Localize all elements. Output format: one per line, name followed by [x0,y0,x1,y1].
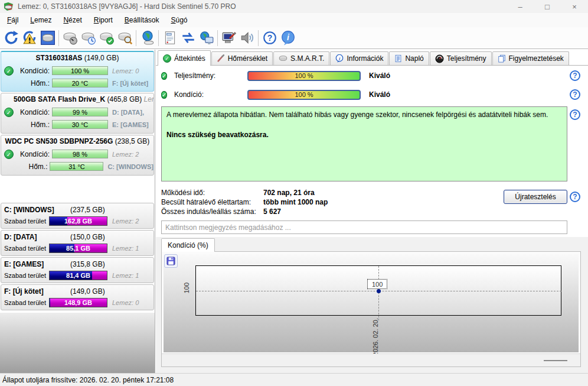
retest-button[interactable]: Újratesztelés [504,190,567,204]
disk-ok-icon: ✓ [4,66,14,76]
temperature-label: Hőm.: [15,163,47,171]
network-disk-icon[interactable] [138,29,156,47]
sidebar-spacer [0,177,155,203]
floppy-icon [166,257,175,265]
condition-label: Kondíció: [15,150,50,158]
partition-item-d[interactable]: D: [DATA](150,0 GB) Szabad terület 85,1 … [1,230,154,256]
hardware-test-icon[interactable] [220,29,238,47]
disk-clock-icon[interactable] [79,29,97,47]
remote-computer-icon[interactable] [197,29,215,47]
chart-data-point[interactable] [377,289,381,293]
refresh-icon[interactable] [2,29,20,47]
menu-help[interactable]: Súgó [165,14,193,26]
partition-item-e[interactable]: E: [GAMES](315,8 GB) Szabad terület 81,4… [1,257,154,283]
remaining-lifetime-label: Becsült hátralévő élettartam: [161,197,263,207]
disk-sidebar: ST3160318AS (149,0 GB) ✓ Kondíció: 100 %… [0,50,155,373]
condition-chart-panel: 100 100 2026. 02. 20. [161,251,581,367]
help-icon[interactable]: ? [570,192,580,202]
disk-check-icon[interactable] [97,29,116,47]
tab-temperature[interactable]: Hőmérséklet [211,51,273,65]
condition-rating: Kiváló [369,90,390,99]
free-space-bar: 85,1 GB [49,244,107,253]
status-bar: Állapot utoljára frissítve: 2026. 02. 20… [0,373,588,386]
disk-number: Lemez: 2 [112,218,139,225]
condition-bar: 98 % [52,150,108,158]
remaining-lifetime-value: több mint 1000 nap [263,197,328,207]
refresh-warning-icon[interactable] [20,29,38,47]
hard-disk-sentinel-window: Lemez: 0, ST3160318AS [9VY8AGJ6] - Hard … [0,0,588,386]
help-icon[interactable]: ? [570,109,580,120]
performance-rating: Kiváló [369,72,390,80]
partition-size: (315,8 GB) [70,260,105,270]
disk-number: Lemez: 1 [112,272,139,279]
overview-content: ✓ Teljesítmény: 100 % Kiváló ? ✓ Kondíci… [156,65,588,373]
partition-item-c[interactable]: C: [WINDOWS](237,5 GB) Szabad terület 16… [1,203,154,229]
free-space-label: Szabad terület [4,245,49,252]
disk-title: WDC PC SN530 SDBPNPZ-256G (238,5 GB) [1,135,153,148]
disk-item-sata-flash[interactable]: 500GB SATA Flash Drive_K (465,8 GB) Leme… [1,93,154,134]
tab-smart[interactable]: S.M.A.R.T. [273,51,329,65]
chart-x-tick: 2026. 02. 20. [372,318,379,356]
tab-label: Teljesítmény [447,54,486,63]
condition-label: Kondíció: [15,108,50,116]
comment-input[interactable] [161,220,567,234]
menu-file[interactable]: Fájl [1,14,24,26]
toolbar-separator [136,30,136,46]
chart-tab-condition[interactable]: Kondíció (%) [161,238,215,252]
title-bar: Lemez: 0, ST3160318AS [9VY8AGJ6] - Hard … [0,0,588,13]
help-icon[interactable]: ? [260,29,279,47]
tab-log[interactable]: Napló [389,51,429,65]
disk-title: ST3160318AS (149,0 GB) [1,52,153,64]
menu-view[interactable]: Nézet [57,14,87,26]
help-icon[interactable]: ? [570,70,580,81]
info-icon[interactable]: i [279,29,297,47]
free-space-label: Szabad terület [4,218,49,225]
toolbar: ? i [0,27,588,49]
disk-number: Lemez: 2 [112,151,139,158]
menu-disk[interactable]: Lemez [24,14,57,26]
tab-label: Figyelmeztetések [509,54,564,63]
condition-row: ✓ Kondíció: 100 % Kiváló [161,89,390,100]
maximize-button[interactable]: □ [534,0,561,13]
main-panel: ✓Áttekintés Hőmérséklet S.M.A.R.T. iInfo… [156,50,588,373]
menu-settings[interactable]: Beállítások [119,14,165,26]
disk-ok-icon: ✓ [4,108,14,117]
report-icon[interactable] [161,29,179,47]
condition-label: Kondíció: [15,67,50,75]
help-icon[interactable]: ? [570,89,580,100]
performance-label: Teljesítmény: [174,72,247,80]
disk-gauge-icon[interactable] [61,29,79,47]
tab-performance[interactable]: Teljesítmény [430,51,492,65]
tab-alerts[interactable]: Figyelmeztetések [492,51,569,65]
disk-search-icon[interactable] [116,29,134,47]
check-icon: ✓ [163,54,171,63]
close-button[interactable]: × [561,0,588,13]
svg-text:?: ? [267,33,272,43]
sound-icon[interactable] [238,29,256,47]
performance-row: ✓ Teljesítmény: 100 % Kiváló [161,70,390,82]
partition-name: E: [GAMES] [4,260,70,270]
condition-meter: 100 % [247,90,361,100]
detect-disk-icon[interactable] [38,29,57,47]
tab-information[interactable]: iInformációk [330,51,388,65]
free-space-bar: 162,8 GB [49,216,107,226]
disk-item-st3160318as[interactable]: ST3160318AS (149,0 GB) ✓ Kondíció: 100 %… [1,51,154,92]
tab-label: S.M.A.R.T. [290,54,324,63]
partition-item-f[interactable]: F: [Új kötet](149,0 GB) Szabad terület 1… [1,284,154,310]
menu-report[interactable]: Riport [88,14,119,26]
toolbar-separator [158,30,159,46]
condition-label: Kondíció: [174,90,247,99]
chart-scrollbar[interactable] [162,353,580,366]
condition-bar: 99 % [52,108,108,116]
gauge-icon [435,54,444,63]
disk-item-wdc-sn530[interactable]: WDC PC SN530 SDBPNPZ-256G (238,5 GB) ✓ K… [1,135,154,176]
chart-scrollbar-handle[interactable] [544,360,567,361]
save-chart-button[interactable] [164,254,178,268]
disk-ok-icon: ✓ [4,150,14,159]
tab-overview[interactable]: ✓Áttekintés [158,50,211,66]
minimize-button[interactable]: – [507,0,534,13]
start-stop-count-label: Összes indulás/leállás száma: [161,207,263,216]
free-space-bar: 81,4 GB [49,271,107,280]
sync-icon[interactable] [179,29,197,47]
toolbar-separator [58,30,59,46]
